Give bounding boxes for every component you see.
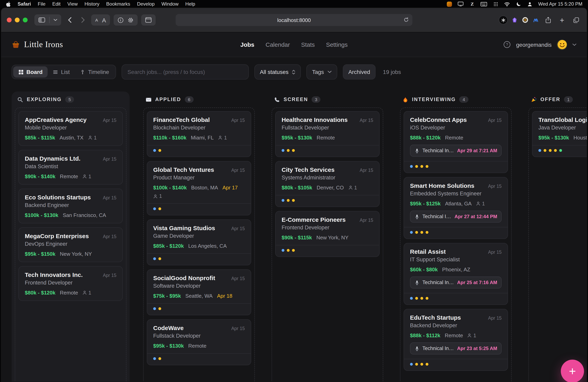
brand[interactable]: Little Irons [12, 39, 63, 50]
add-job-button[interactable]: + [561, 360, 584, 382]
contacts-count: 1 [476, 201, 485, 206]
job-card[interactable]: Healthcare Innovations Apr 15 Fullstack … [275, 111, 379, 157]
job-card[interactable]: AppCreatives Agency Apr 15 Mobile Develo… [18, 111, 123, 146]
menu-item[interactable]: Help [185, 1, 195, 7]
job-card[interactable]: Tech Innovators Inc. Apr 15 Frontend Dev… [18, 266, 123, 301]
status-dots [282, 149, 373, 152]
menu-item[interactable]: File [38, 1, 46, 7]
salary-range: $60k - $80k [410, 267, 438, 272]
job-card[interactable]: CodeWave Apr 15 Fullstack Developer $95k… [147, 319, 251, 365]
archived-filter-button[interactable]: Archived [343, 64, 376, 79]
search-input[interactable] [121, 64, 249, 79]
url-text: localhost:8000 [277, 17, 311, 23]
menu-item-app-name[interactable]: Safari [18, 1, 31, 7]
column-dropzone[interactable]: TransGlobal Logistics Apr 15 Java Develo… [528, 108, 587, 382]
interview-chip[interactable]: Technical Interview Apr 29 at 7:21 AM [410, 145, 502, 157]
job-card[interactable]: Vista Gaming Studios Apr 15 Game Develop… [147, 219, 251, 265]
person-icon [218, 135, 222, 140]
extension-icon-2[interactable] [512, 17, 518, 23]
z-app-icon[interactable]: Z [469, 1, 475, 7]
status-dot [538, 149, 541, 152]
increase-text-button[interactable]: A [102, 17, 106, 23]
card-date: Apr 15 [231, 226, 245, 231]
job-card[interactable]: E-Commerce Pioneers Apr 15 Frontend Deve… [275, 211, 379, 257]
job-card[interactable]: Data Dynamics Ltd. Apr 15 Data Scientist… [18, 150, 123, 185]
username[interactable]: georgemandis [516, 41, 552, 48]
job-card[interactable]: City Tech Services Apr 15 Systems Admini… [275, 161, 379, 207]
display-icon[interactable] [458, 1, 464, 7]
job-card[interactable]: Global Tech Ventures Apr 15 Product Mana… [147, 161, 251, 215]
tags-filter-button[interactable]: Tags [306, 64, 337, 79]
interview-chip[interactable]: Technical Interview Apr 27 at 12:44 PM [410, 210, 502, 223]
view-board-button[interactable]: Board [13, 66, 48, 77]
sidebar-toggle[interactable] [34, 14, 61, 26]
screen: Safari FileEditViewHistoryBookmarksDevel… [0, 0, 588, 382]
nav-item[interactable]: Calendar [266, 41, 290, 48]
card-date: Apr 15 [360, 218, 373, 223]
extension-icon-4[interactable] [533, 17, 539, 23]
info-icon[interactable] [118, 17, 124, 23]
reload-icon[interactable] [404, 17, 409, 22]
card-date: Apr 15 [103, 273, 116, 278]
job-card[interactable]: Smart Home Solutions Apr 15 Embedded Sys… [404, 177, 508, 239]
moon-icon[interactable] [516, 1, 521, 7]
menu-item[interactable]: View [67, 1, 78, 7]
user-switch-icon[interactable] [527, 1, 533, 7]
card-foot [147, 145, 251, 152]
job-card[interactable]: MegaCorp Enterprises Apr 15 DevOps Engin… [18, 227, 123, 262]
job-location: New York, NY [60, 251, 92, 257]
new-tab-button[interactable]: + [557, 14, 567, 26]
job-card[interactable]: TransGlobal Logistics Apr 15 Java Develo… [532, 111, 587, 157]
interview-chip[interactable]: Technical Interview Apr 23 at 5:25 AM [410, 343, 502, 354]
extension-icon-3[interactable] [522, 17, 528, 23]
status-dot [410, 165, 413, 168]
minimize-window-button[interactable] [15, 18, 20, 22]
menu-item[interactable]: History [84, 1, 99, 7]
job-card[interactable]: EduTech Startups Apr 15 Backend Develope… [404, 309, 508, 371]
user-menu-chevron-icon[interactable] [572, 43, 576, 46]
job-card[interactable]: SocialGood Nonprofit Apr 15 Software Dev… [147, 269, 251, 315]
view-list-button[interactable]: List [48, 66, 75, 77]
job-role: Game Developer [153, 233, 245, 239]
tab-overview-icon[interactable] [571, 14, 581, 26]
column-dropzone[interactable]: CelebConnect Apps Apr 15 iOS Developer $… [400, 108, 512, 382]
nav-item[interactable]: Jobs [240, 41, 254, 48]
keyboard-icon[interactable] [481, 1, 487, 7]
status-filter-select[interactable]: All statuses [254, 64, 301, 79]
menu-item[interactable]: Window [161, 1, 178, 7]
share-icon[interactable] [543, 14, 553, 26]
lion-emoji-icon[interactable] [447, 1, 452, 7]
forward-button[interactable] [78, 14, 88, 26]
company-name: CelebConnect Apps [410, 116, 467, 123]
column-dropzone[interactable]: FinanceTech Global Apr 15 Blockchain Dev… [143, 108, 255, 382]
menu-item[interactable]: Edit [52, 1, 60, 7]
zoom-window-button[interactable] [23, 18, 28, 22]
extension-icon-1[interactable] [499, 17, 507, 23]
apple-logo-icon[interactable] [6, 1, 11, 7]
column-dropzone[interactable]: AppCreatives Agency Apr 15 Mobile Develo… [15, 108, 126, 382]
help-icon[interactable]: ? [504, 41, 511, 48]
menu-clock[interactable]: Wed Apr 15 5:20 PM [538, 1, 582, 7]
menu-item[interactable]: Develop [137, 1, 155, 7]
column-dropzone[interactable]: Healthcare Innovations Apr 15 Fullstack … [272, 108, 383, 382]
chevron-down-icon[interactable] [54, 19, 57, 21]
job-card[interactable]: Eco Solutions Startups Apr 15 Backend En… [18, 189, 123, 223]
avatar[interactable] [557, 39, 567, 50]
job-card[interactable]: CelebConnect Apps Apr 15 iOS Developer $… [404, 111, 508, 173]
view-timeline-button[interactable]: Timeline [75, 66, 114, 77]
interview-chip[interactable]: Technical Interview Apr 25 at 7:16 AM [410, 277, 502, 288]
back-button[interactable] [65, 14, 74, 26]
menu-item[interactable]: Bookmarks [106, 1, 130, 7]
close-window-button[interactable] [7, 18, 12, 22]
salary-range: $95k - $130k [153, 343, 184, 349]
page-appearance-button[interactable] [141, 14, 156, 26]
job-card[interactable]: FinanceTech Global Apr 15 Blockchain Dev… [147, 111, 251, 157]
address-bar[interactable]: localhost:8000 [176, 14, 412, 26]
wifi-icon[interactable] [504, 1, 510, 7]
nav-item[interactable]: Stats [301, 41, 315, 48]
job-card[interactable]: Retail Assist Apr 15 IT Support Speciali… [404, 243, 508, 305]
gear-icon[interactable] [127, 17, 134, 23]
nav-item[interactable]: Settings [326, 41, 348, 48]
grid-icon[interactable] [493, 1, 499, 7]
decrease-text-button[interactable]: A [95, 18, 98, 22]
